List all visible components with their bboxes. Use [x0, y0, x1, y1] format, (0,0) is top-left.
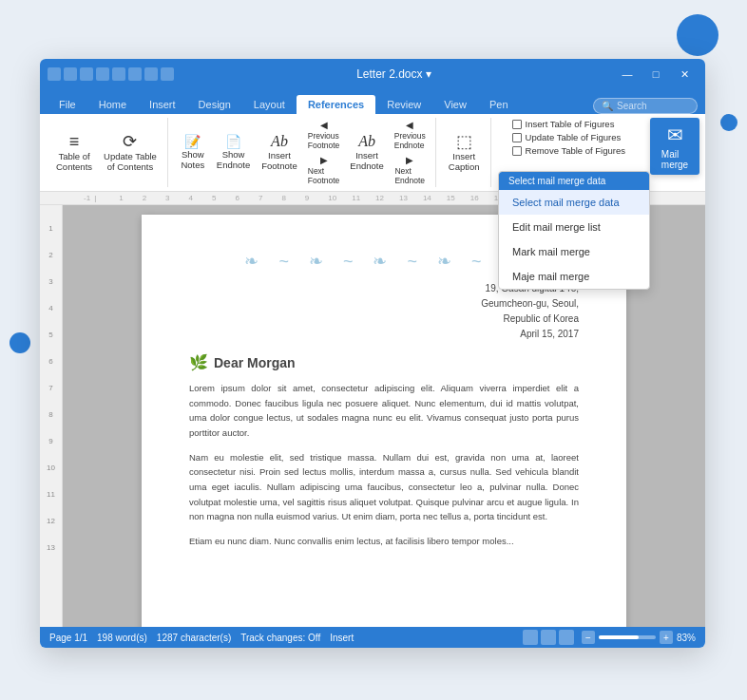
insert-endnote-button[interactable]: Ab InsertEndnote [345, 131, 388, 174]
new-icon[interactable] [96, 67, 109, 81]
toc-icon: ≡ [69, 133, 80, 150]
mail-merge-button[interactable]: ✉ Mailmerge [650, 118, 699, 175]
view-icon-2[interactable] [541, 630, 556, 645]
title-bar: Letter 2.docx ▾ — □ ✕ [40, 59, 705, 89]
previous-endnote-button[interactable]: ◀ PreviousEndnote [391, 118, 430, 152]
insert-table-area: Insert Table of Figures Update Table of … [508, 118, 629, 157]
window-controls: — □ ✕ [614, 65, 698, 84]
status-page: Page 1/1 [49, 633, 87, 643]
zoom-level: 83% [677, 633, 696, 643]
prev-footnote-icon: ◀ [320, 120, 328, 130]
insert-footnote-icon: Ab [271, 134, 288, 149]
tab-review[interactable]: Review [375, 95, 432, 114]
address-line3: Republic of Korea [189, 312, 579, 327]
letter-greeting: 🌿 Dear Morgan [189, 353, 579, 371]
tab-view[interactable]: View [432, 95, 478, 114]
format-icon[interactable] [144, 67, 158, 81]
table-of-contents-button[interactable]: ≡ Table ofContents [51, 130, 97, 175]
search-icon: 🔍 [602, 101, 613, 111]
decorative-circle-right [720, 114, 737, 131]
footnotes-group: 📝 ShowNotes 📄 ShowEndnote Ab InsertFootn… [170, 118, 436, 187]
ribbon-tabs: File Home Insert Design Layout Reference… [40, 89, 705, 114]
mail-merge-label: Mailmerge [661, 149, 688, 170]
dropdown-item-select[interactable]: Select mail merge data [499, 190, 649, 215]
remove-table-checkbox [512, 146, 522, 156]
update-table-figures-button[interactable]: Update Table of Figures [508, 131, 629, 143]
letter-address: 19, Gasan digital 1-ro, Geumcheon-gu, Se… [189, 281, 579, 342]
insert-caption-icon: ⬚ [456, 133, 472, 150]
tab-insert[interactable]: Insert [138, 95, 187, 114]
decorative-circle-top [677, 14, 718, 56]
mail-merge-dropdown: Select mail merge data Select mail merge… [498, 171, 650, 290]
status-words: 198 word(s) [97, 633, 147, 643]
view-icon-3[interactable] [559, 630, 574, 645]
close-button[interactable]: ✕ [671, 65, 698, 84]
print-icon[interactable] [128, 67, 142, 81]
restore-button[interactable]: □ [642, 65, 669, 84]
next-footnote-icon: ▶ [320, 155, 328, 165]
mail-merge-icon: ✉ [667, 123, 683, 146]
next-endnote-button[interactable]: ▶ NextEndnote [391, 153, 430, 187]
view-icon-1[interactable] [523, 630, 538, 645]
status-mode: Insert [330, 633, 354, 643]
zoom-slider-fill [599, 635, 639, 639]
window-title: Letter 2.docx ▾ [174, 67, 614, 81]
zoom-out-button[interactable]: − [582, 631, 595, 644]
body-paragraph-1: Lorem ipsum dolor sit amet, consectetur … [189, 381, 579, 441]
show-notes-icon: 📝 [184, 135, 201, 148]
update-toc-icon: ⟳ [123, 133, 137, 150]
decorative-circle-left [10, 332, 30, 353]
dropdown-item-maje[interactable]: Maje mail merge [499, 264, 649, 289]
zoom-control: − + 83% [582, 631, 696, 644]
search-placeholder: Search [617, 101, 647, 111]
toolbar: ≡ Table ofContents ⟳ Update Tableof Cont… [40, 114, 705, 192]
tab-references[interactable]: References [297, 95, 375, 114]
app-window: Letter 2.docx ▾ — □ ✕ File Home Insert D… [40, 59, 705, 648]
tab-pen[interactable]: Pen [478, 95, 520, 114]
show-notes-button[interactable]: 📝 ShowNotes [176, 132, 210, 173]
update-toc-button[interactable]: ⟳ Update Tableof Contents [99, 130, 162, 175]
view-icons [523, 630, 574, 645]
body-paragraph-3: Etiam eu nunc diam. Nunc convallis enim … [189, 534, 579, 549]
letter-body: Lorem ipsum dolor sit amet, consectetur … [189, 381, 579, 549]
captions-group: ⬚ InsertCaption Insert Table of Figures … [438, 118, 491, 187]
show-endnote-icon: 📄 [225, 135, 241, 148]
status-track-changes: Track changes: Off [240, 633, 320, 643]
toc-group: ≡ Table ofContents ⟳ Update Tableof Cont… [46, 118, 168, 187]
prev-endnote-icon: ◀ [406, 120, 413, 130]
tab-design[interactable]: Design [187, 95, 242, 114]
dropdown-item-edit[interactable]: Edit mail merge list [499, 215, 649, 239]
remove-table-figures-button[interactable]: Remove Table of Figures [508, 144, 629, 157]
address-line2: Geumcheon-gu, Seoul, [189, 296, 579, 312]
insert-caption-button[interactable]: ⬚ InsertCaption [444, 130, 485, 175]
zoom-slider[interactable] [599, 635, 656, 639]
next-endnote-icon: ▶ [406, 155, 413, 165]
insert-footnote-button[interactable]: Ab InsertFootnote [257, 131, 302, 174]
redo-icon[interactable] [80, 67, 93, 81]
quick-access-toolbar [48, 67, 174, 81]
tab-layout[interactable]: Layout [242, 95, 297, 114]
dropdown-title: Select mail merge data [499, 172, 649, 190]
tab-file[interactable]: File [48, 95, 87, 114]
minimize-button[interactable]: — [614, 65, 641, 84]
open-icon[interactable] [112, 67, 125, 81]
pen-icon[interactable] [161, 67, 174, 81]
search-box[interactable]: 🔍 Search [593, 98, 698, 114]
next-footnote-button[interactable]: ▶ NextFootnote [304, 153, 344, 187]
tab-home[interactable]: Home [87, 95, 138, 114]
status-right: − + 83% [523, 630, 696, 645]
insert-table-figures-button[interactable]: Insert Table of Figures [508, 118, 629, 130]
save-icon[interactable] [48, 67, 61, 81]
show-endnote-button[interactable]: 📄 ShowEndnote [212, 132, 255, 173]
greeting-text: Dear Morgan [214, 355, 296, 370]
body-paragraph-2: Nam eu molestie elit, sed tristique mass… [189, 450, 579, 524]
update-table-checkbox [512, 133, 522, 142]
insert-endnote-icon: Ab [358, 134, 375, 149]
ribbon-search: 🔍 Search [593, 98, 698, 114]
previous-footnote-button[interactable]: ◀ PreviousFootnote [304, 118, 344, 152]
dropdown-arrow [498, 196, 499, 209]
zoom-in-button[interactable]: + [660, 631, 673, 644]
undo-icon[interactable] [64, 67, 77, 81]
dropdown-item-mark[interactable]: Mark mail merge [499, 239, 649, 264]
address-line4: April 15, 2017 [189, 327, 579, 342]
